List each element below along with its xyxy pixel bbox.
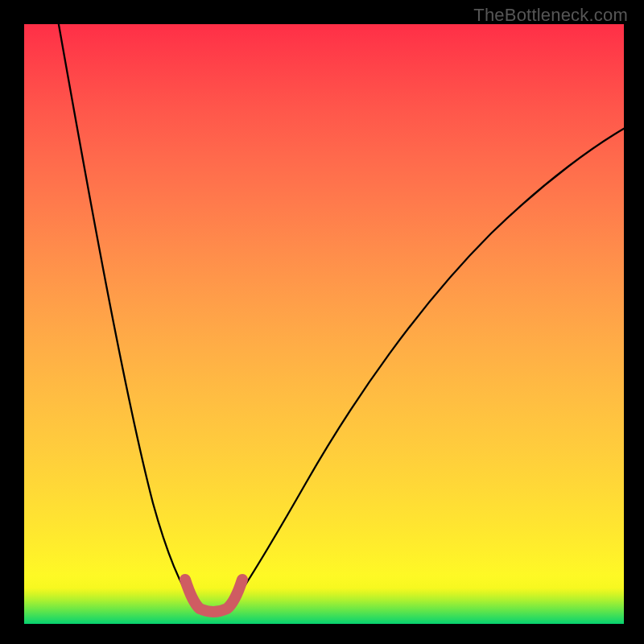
- curve-bottom-highlight: [185, 580, 242, 612]
- curve-left: [58, 20, 195, 605]
- watermark-text: TheBottleneck.com: [473, 5, 628, 26]
- chart-svg: [24, 24, 624, 624]
- curve-right: [232, 127, 626, 605]
- chart-plot-area: [24, 24, 624, 624]
